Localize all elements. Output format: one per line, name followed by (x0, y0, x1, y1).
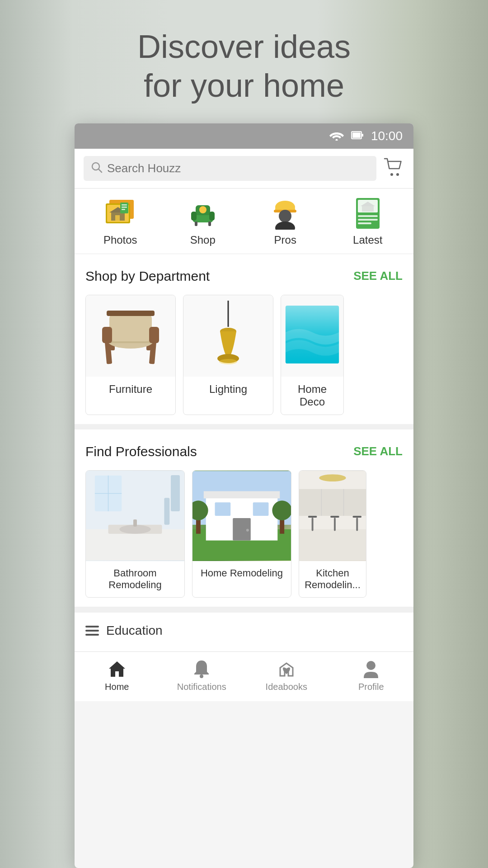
svg-point-29 (279, 210, 291, 222)
find-pros-section: Find Professionals SEE ALL (75, 429, 413, 607)
dept-card-homedeco-label: Home Deco (281, 377, 343, 415)
dept-card-homedeco[interactable]: Home Deco (281, 295, 344, 415)
bottom-nav-notifications-label: Notifications (177, 682, 226, 692)
section-divider-1 (75, 424, 413, 429)
status-bar: 10:00 (75, 123, 413, 149)
svg-rect-15 (122, 204, 127, 206)
main-content: Shop by Department SEE ALL (75, 254, 413, 651)
prof-card-kitchen[interactable]: Kitchen Remodelin... (299, 470, 366, 598)
bottom-nav-notifications[interactable]: Notifications (160, 659, 244, 692)
bottom-nav-ideabooks-label: Ideabooks (266, 682, 307, 692)
find-pros-see-all[interactable]: SEE ALL (353, 444, 403, 458)
find-pros-title: Find Professionals (85, 444, 197, 459)
svg-rect-14 (120, 203, 128, 213)
dept-cards: Furniture (85, 295, 403, 415)
search-input[interactable] (107, 161, 369, 175)
nav-icon-pros[interactable]: Pros (244, 198, 327, 246)
app-container: 10:00 (75, 123, 413, 868)
shop-icon (186, 198, 220, 229)
svg-rect-78 (312, 518, 314, 531)
partial-section-title: Education (106, 623, 163, 638)
svg-line-5 (99, 169, 102, 172)
search-icon (91, 161, 103, 175)
svg-rect-81 (352, 516, 361, 518)
svg-rect-82 (356, 518, 358, 531)
prof-card-bathroom[interactable]: Bathroom Remodeling (85, 470, 185, 598)
bottom-nav-profile-label: Profile (358, 682, 384, 692)
svg-rect-46 (149, 327, 159, 343)
svg-point-51 (219, 359, 237, 364)
svg-rect-47 (107, 311, 155, 316)
notifications-nav-icon (190, 659, 213, 679)
bottom-nav-home[interactable]: Home (75, 659, 160, 692)
nav-icon-shop-label: Shop (190, 234, 216, 246)
svg-rect-13 (115, 215, 120, 221)
shop-by-dept-section: Shop by Department SEE ALL (75, 254, 413, 424)
svg-point-87 (366, 661, 375, 670)
bathroom-image (86, 471, 184, 561)
svg-rect-21 (195, 222, 197, 226)
pros-icon (270, 197, 300, 230)
ideabooks-nav-icon (275, 659, 298, 679)
svg-rect-22 (208, 222, 211, 226)
svg-point-69 (246, 529, 249, 532)
svg-rect-37 (362, 206, 374, 212)
svg-rect-33 (358, 215, 378, 217)
svg-point-6 (390, 173, 393, 176)
nav-icon-photos-label: Photos (103, 234, 137, 246)
battery-icon (351, 130, 364, 142)
svg-point-25 (199, 206, 206, 213)
nav-icon-photos[interactable]: Photos (79, 198, 162, 246)
svg-rect-65 (204, 491, 280, 498)
svg-rect-66 (215, 502, 231, 516)
svg-rect-34 (358, 219, 378, 221)
cart-icon[interactable] (384, 158, 404, 179)
dept-card-lighting-label: Lighting (183, 377, 273, 402)
bottom-nav-ideabooks[interactable]: Ideabooks (244, 659, 329, 692)
shop-dept-title: Shop by Department (85, 269, 210, 284)
svg-point-0 (335, 139, 338, 141)
svg-point-30 (275, 222, 295, 230)
svg-rect-57 (86, 529, 184, 561)
status-time: 10:00 (371, 129, 403, 143)
dept-card-lighting[interactable]: Lighting (183, 295, 273, 415)
bottom-nav: Home Notifications Ideabooks (75, 651, 413, 701)
shop-dept-see-all[interactable]: SEE ALL (353, 269, 403, 283)
dept-card-furniture-label: Furniture (86, 377, 175, 402)
svg-rect-16 (122, 207, 127, 208)
svg-rect-44 (109, 313, 152, 341)
svg-rect-83 (299, 489, 366, 516)
svg-rect-23 (191, 212, 197, 221)
prof-card-bathroom-label: Bathroom Remodeling (86, 561, 184, 597)
homedeco-image (281, 295, 343, 377)
svg-rect-79 (330, 516, 339, 518)
lighting-lamp-svg (190, 301, 267, 371)
photos-icon (103, 198, 137, 229)
bottom-nav-profile[interactable]: Profile (329, 659, 414, 692)
partial-education-section: Education (75, 612, 413, 642)
furniture-chair-svg (92, 301, 169, 371)
svg-rect-3 (361, 134, 363, 137)
lighting-image (183, 295, 273, 377)
section-divider-2 (75, 607, 413, 612)
nav-icon-shop[interactable]: Shop (162, 198, 244, 246)
find-pros-header: Find Professionals SEE ALL (85, 444, 403, 459)
svg-point-73 (272, 500, 291, 520)
dept-card-furniture[interactable]: Furniture (85, 295, 176, 415)
svg-rect-76 (299, 529, 366, 560)
svg-rect-77 (308, 516, 317, 518)
svg-rect-2 (352, 132, 361, 138)
svg-rect-17 (122, 209, 125, 210)
nav-icon-pros-label: Pros (274, 234, 296, 246)
bottom-nav-home-label: Home (105, 682, 129, 692)
prof-card-home[interactable]: Home Remodeling (192, 470, 291, 598)
search-input-wrap[interactable] (84, 156, 376, 181)
discover-title: Discover ideas for your home (137, 27, 351, 105)
svg-point-75 (319, 474, 346, 481)
nav-icon-latest[interactable]: Latest (327, 198, 409, 246)
search-area (75, 149, 413, 189)
svg-point-7 (396, 173, 399, 176)
nav-icon-latest-label: Latest (353, 234, 382, 246)
kitchen-image (299, 471, 366, 561)
furniture-image (86, 295, 175, 377)
